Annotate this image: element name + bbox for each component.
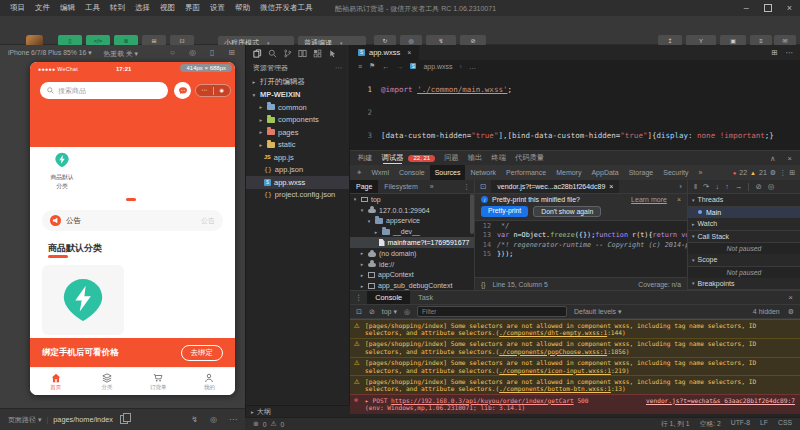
eye-icon[interactable]: ◎ <box>210 415 217 424</box>
customer-service-button[interactable] <box>174 82 191 99</box>
page-path-dropdown[interactable]: 页面路径 ▾ <box>8 415 41 425</box>
expand-icon[interactable]: ▸ <box>365 397 369 404</box>
pause-icon[interactable]: ‖ <box>694 182 697 191</box>
project-root-folder[interactable]: ▾MP-WEIXIN <box>246 89 349 102</box>
tab-memory[interactable]: Memory <box>551 165 586 180</box>
split-editor-icon[interactable]: ⊞ <box>771 48 777 57</box>
minimize-button[interactable]: – <box>744 3 749 13</box>
inspect-element-icon[interactable]: ⌖ <box>350 168 367 178</box>
search-input[interactable]: 搜索商品 <box>40 82 168 99</box>
source-link[interactable]: ./components/icon-input.wxss:1 <box>499 367 611 374</box>
tab-sources[interactable]: Sources <box>430 165 466 180</box>
tree-node-appservice[interactable]: ▾appservice <box>350 216 474 227</box>
pointer-icon[interactable] <box>328 49 337 58</box>
settings-gear-icon[interactable]: ⚙ <box>770 169 776 177</box>
more-tabs-icon[interactable]: » <box>424 180 440 193</box>
menu-project[interactable]: 项目 <box>10 3 25 13</box>
deactivate-breakpoints-icon[interactable]: ⊘ <box>755 182 761 191</box>
warning-count[interactable]: 21 <box>759 169 767 176</box>
outline-section[interactable]: ▸大纲 <box>245 405 350 417</box>
outline-list-icon[interactable]: ≡ <box>358 63 362 70</box>
warnings-icon[interactable]: ⚠ <box>270 420 276 428</box>
breadcrumb-file[interactable]: app.wxss <box>423 63 452 70</box>
log-levels-dropdown[interactable]: Default levels ▾ <box>574 308 622 316</box>
source-control-icon[interactable] <box>283 49 292 58</box>
menu-edit[interactable]: 编辑 <box>60 3 75 13</box>
tab-category[interactable]: 分类 <box>81 368 132 395</box>
tab-console-drawer[interactable]: Console <box>367 291 410 304</box>
close-infobar-icon[interactable]: × <box>677 196 681 203</box>
hot-reload-toggle[interactable]: 热重载 关 ▾ <box>104 49 138 59</box>
close-tab-icon[interactable]: × <box>609 183 613 190</box>
menu-help[interactable]: 帮助 <box>235 3 250 13</box>
console-sidebar-icon[interactable]: ⊡ <box>356 308 362 316</box>
clear-console-icon[interactable]: ⊘ <box>369 308 375 316</box>
breakpoints-section-header[interactable]: ▾Breakpoints <box>688 278 800 291</box>
tab-appdata[interactable]: AppData <box>586 165 623 180</box>
code-editor[interactable]: 1@import './common/main.wxss'; 2 3[data-… <box>350 72 800 150</box>
hidden-messages-count[interactable]: 4 hidden <box>753 308 780 315</box>
minified-source-code[interactable]: 12 */ 13var n=Object.freeze({});function… <box>475 221 687 278</box>
rotate-icon[interactable]: ○ <box>170 48 175 57</box>
eol-type[interactable]: LF <box>760 419 768 429</box>
errors-icon[interactable]: ⊗ <box>253 420 259 428</box>
file-project-config[interactable]: {}project.config.json <box>246 189 349 202</box>
notice-bar[interactable]: 公告 公告 <box>42 210 223 231</box>
step-over-icon[interactable]: ↷ <box>703 182 709 191</box>
console-error[interactable]: ⊗ vendor.js?t=wechat&s_63aac28b1f264dc89… <box>350 394 800 413</box>
tab-order[interactable]: 订货单 <box>133 368 184 395</box>
dont-show-again-button[interactable]: Don't show again <box>533 206 601 217</box>
source-link[interactable]: ./components/dht-empty.wxss:1 <box>499 329 607 336</box>
folder-components[interactable]: ▸components <box>246 114 349 127</box>
files-icon[interactable] <box>253 49 262 58</box>
back-icon[interactable]: ← <box>382 63 389 70</box>
tree-node-host[interactable]: ▾127.0.0.1:29964 <box>350 205 474 216</box>
tab-debugger[interactable]: 调试器 <box>382 153 404 163</box>
tab-task[interactable]: Task <box>410 291 441 304</box>
menu-interface[interactable]: 界面 <box>185 3 200 13</box>
context-selector[interactable]: top ▾ <box>382 308 397 316</box>
tab-network[interactable]: Network <box>465 165 501 180</box>
folder-pages[interactable]: ▸pages <box>246 126 349 139</box>
callstack-section-header[interactable]: ▾Call Stack <box>688 231 800 244</box>
file-app-json[interactable]: {}app.json <box>246 164 349 177</box>
folder-common[interactable]: ▸common <box>246 101 349 114</box>
tree-node-ide[interactable]: ▸ide:// <box>350 259 474 270</box>
bookmark-icon[interactable]: ⚑ <box>369 62 375 70</box>
watch-section-header[interactable]: ▸Watch <box>688 218 800 231</box>
more-icon[interactable]: ⋯ <box>335 64 342 72</box>
tree-node-appcontext[interactable]: ▸appContext <box>350 270 474 281</box>
tab-page[interactable]: Page <box>350 180 378 193</box>
warnings-count[interactable]: 0 <box>281 421 285 428</box>
more-options-icon[interactable]: ⋮ <box>463 183 474 191</box>
more-icon[interactable]: ⋯ <box>786 48 794 57</box>
detach-window-icon[interactable]: ⊞ <box>228 48 235 57</box>
console-warning[interactable]: ⚠ [pages/shopping/index] Some selectors … <box>350 357 800 376</box>
step-icon[interactable]: → <box>735 182 743 191</box>
search-icon[interactable] <box>268 49 277 58</box>
tab-output[interactable]: 输出 <box>468 153 483 163</box>
device-bolt-icon[interactable]: ↯ <box>191 415 198 424</box>
encoding[interactable]: UTF-8 <box>731 419 750 429</box>
menu-view[interactable]: 视图 <box>160 3 175 13</box>
step-into-icon[interactable]: ↓ <box>715 182 719 191</box>
next-tab-icon[interactable]: › <box>679 182 687 191</box>
scrollbar-thumb[interactable] <box>470 194 474 234</box>
source-link[interactable]: ./components/popChoose.wxss:1 <box>499 348 607 355</box>
error-count[interactable]: 22 <box>739 169 747 176</box>
menu-file[interactable]: 文件 <box>35 3 50 13</box>
breadcrumb-more[interactable]: … <box>469 63 476 70</box>
more-options-icon[interactable]: ⋮ <box>779 169 786 177</box>
request-url-link[interactable]: https://192.168.0.3/api/kuyou/order/inde… <box>391 397 574 404</box>
language-mode[interactable]: CSS <box>778 419 792 429</box>
category-card[interactable] <box>42 265 124 335</box>
menu-devtools[interactable]: 微信开发者工具 <box>260 3 313 13</box>
forward-icon[interactable]: → <box>396 63 403 70</box>
thread-main-row[interactable]: Main <box>688 207 800 219</box>
editor-tab-app-wxss[interactable]: S app.wxss × <box>350 45 419 60</box>
scope-section-header[interactable]: ▾Scope <box>688 254 800 267</box>
console-warning[interactable]: ⚠ [pages/shopping/index] Some selectors … <box>350 338 800 357</box>
learn-more-link[interactable]: Learn more <box>631 196 667 203</box>
menu-settings[interactable]: 设置 <box>210 3 225 13</box>
tab-terminal[interactable]: 终端 <box>491 153 506 163</box>
